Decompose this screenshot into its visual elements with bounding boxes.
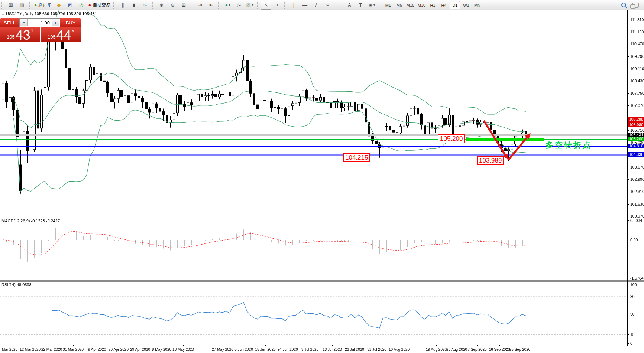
date-axis-label: 29 Apr 2020 xyxy=(130,347,150,352)
macd-axis-label: -1.5784 xyxy=(630,276,644,280)
date-axis-label: 24 Jun 2020 xyxy=(277,347,298,352)
buy-price-pips: 44 xyxy=(56,29,71,41)
date-axis-label: 15 Jun 2020 xyxy=(255,347,275,352)
date-axis-label: 18 May 2020 xyxy=(172,347,194,352)
date-axis-label: 31 Mar 2020 xyxy=(63,347,84,352)
date-axis-label: 27 May 2020 xyxy=(212,347,233,352)
date-axis-label: 22 Mar 2020 xyxy=(41,347,62,352)
price-axis-label: 108.430 xyxy=(630,79,644,83)
buy-button[interactable]: BUY xyxy=(60,18,81,27)
date-axis-label: 22 Jul 2020 xyxy=(345,347,364,352)
date-axis-label: 31 Jul 2020 xyxy=(367,347,386,352)
price-axis-label: 102.310 xyxy=(630,189,644,194)
rsi-axis-label: 100 xyxy=(630,282,637,287)
rsi-axis-label: 50 xyxy=(630,312,635,316)
date-axis-label: 20 Apr 2020 xyxy=(109,347,129,352)
price-chart-canvas[interactable] xyxy=(0,10,644,353)
rsi-axis-label: 0 xyxy=(630,341,632,346)
sell-button[interactable]: SELL xyxy=(0,18,19,27)
date-axis-label: Mar 2020 xyxy=(2,347,17,352)
buy-price-big-figure: 105 xyxy=(48,33,56,41)
macd-indicator-label: MACD(12,26,9) -0.1223 -0.2427 xyxy=(1,219,60,223)
chart-ohlc-values: 105.669 105.796 105.398 105.431 xyxy=(35,12,97,16)
price-badge: 106.288 xyxy=(628,117,644,122)
price-axis-label: 107.070 xyxy=(630,103,644,108)
price-annotation-low-sep[interactable]: 103.989 xyxy=(477,156,504,165)
date-axis-label: 16 Sep 2020 xyxy=(489,347,510,352)
rsi-axis-label: 15 xyxy=(630,332,635,337)
rsi-axis-label: 80 xyxy=(630,294,635,299)
price-annotation-low-july[interactable]: 104.215 xyxy=(343,153,370,162)
price-axis-label: 111.810 xyxy=(630,17,644,22)
buy-price-point: 9 xyxy=(72,28,74,33)
chart-symbol-label: USDJPY-,Daily xyxy=(6,12,33,16)
date-axis-label: 5 Jun 2020 xyxy=(234,347,253,352)
volume-stepper: ▼ 1.00 ▲ xyxy=(19,18,60,27)
price-badge: 105.980 xyxy=(628,122,644,127)
price-axis-label: 107.750 xyxy=(630,91,644,95)
price-axis-label: 109.110 xyxy=(630,66,644,71)
sell-price[interactable]: 105431 xyxy=(0,27,40,42)
buy-price[interactable]: 105449 xyxy=(41,27,81,42)
price-annotation-support[interactable]: 105.200 xyxy=(438,134,465,143)
date-axis-label: 3 Jul 2020 xyxy=(301,347,318,352)
macd-axis-label: 0.00 xyxy=(630,238,638,242)
date-axis-label: 28 Aug 2020 xyxy=(446,347,467,352)
trend-note-text: 多空转折点 xyxy=(546,140,592,150)
price-axis-label: 102.990 xyxy=(630,177,644,182)
date-axis-label: 9 Apr 2020 xyxy=(88,347,106,352)
chart-area: 106.288105.980105.431105.200104.810104.3… xyxy=(0,0,644,353)
price-axis-label: 105.710 xyxy=(630,128,644,133)
date-axis-label: 7 Sep 2020 xyxy=(467,347,486,352)
sell-price-big-figure: 105 xyxy=(7,33,15,41)
date-axis-label: 25 Sep 2020 xyxy=(509,347,531,352)
sell-price-point: 1 xyxy=(31,28,33,33)
price-axis-label: 105.030 xyxy=(630,140,644,145)
volume-increase-button[interactable]: ▲ xyxy=(52,19,59,26)
price-axis-label: 100.970 xyxy=(630,214,644,218)
metatrader-window: ▦▥+新订单◆◩◎●自动交易∥▮∿⊕⊖⊞⇥⇤+▾◷▧▾↖+|—/≋≡AT◈▾M1… xyxy=(0,0,644,353)
volume-input[interactable]: 1.00 xyxy=(28,19,51,27)
date-axis-label: 12 Mar 2020 xyxy=(20,347,41,352)
chart-marker-icon: ▴ xyxy=(2,13,4,16)
sell-price-pips: 43 xyxy=(16,29,30,41)
price-badge: 104.338 xyxy=(628,152,644,157)
chart-ohlc-header: ▴ USDJPY-,Daily 105.669 105.796 105.398 … xyxy=(2,12,97,16)
price-axis-label: 101.630 xyxy=(630,202,644,206)
price-axis-label: 109.790 xyxy=(630,54,644,59)
date-axis-label: 10 Aug 2020 xyxy=(389,347,410,352)
price-axis-label: 111.130 xyxy=(630,30,644,34)
date-axis-label: 13 Jul 2020 xyxy=(323,347,342,352)
date-axis-label: 8 May 2020 xyxy=(152,347,171,352)
price-axis-label: 103.670 xyxy=(630,165,644,169)
volume-decrease-button[interactable]: ▼ xyxy=(20,19,28,26)
one-click-trading-panel: SELL ▼ 1.00 ▲ BUY 105431 105449 xyxy=(0,18,81,42)
macd-axis-label: 0.8034 xyxy=(630,218,642,223)
date-axis-label: 19 Aug 2020 xyxy=(426,347,447,352)
price-axis-label: 110.470 xyxy=(630,42,644,46)
rsi-indicator-label: RSI(14) 48.0598 xyxy=(1,282,32,287)
